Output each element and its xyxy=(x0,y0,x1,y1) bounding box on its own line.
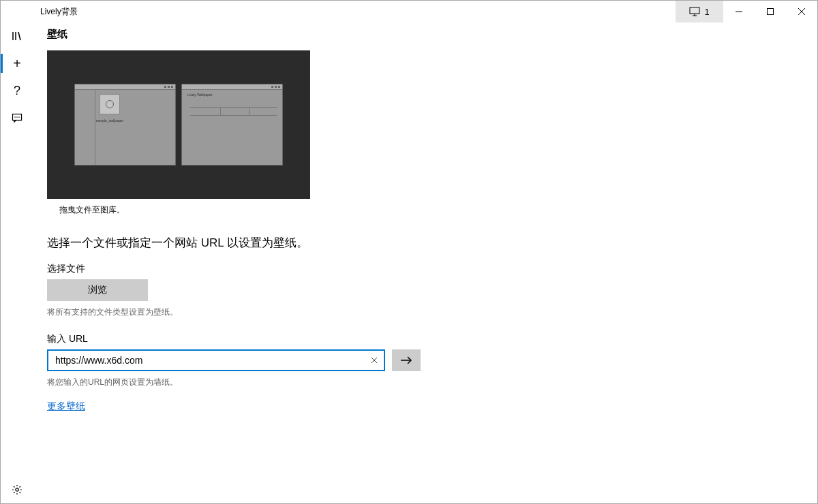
browse-helper-text: 将所有支持的文件类型设置为壁纸。 xyxy=(47,306,804,318)
sidebar-item-feedback[interactable] xyxy=(1,104,33,131)
select-file-label: 选择文件 xyxy=(47,263,804,275)
sidebar: + ? xyxy=(1,22,33,503)
plus-icon: + xyxy=(13,57,21,70)
preview-caption: 拖曳文件至图库。 xyxy=(59,204,804,216)
close-button[interactable] xyxy=(786,1,817,22)
url-helper-text: 将您输入的URL的网页设置为墙纸。 xyxy=(47,377,804,388)
preview-window-left: sample_wallpaper xyxy=(74,84,176,166)
svg-point-14 xyxy=(16,488,18,491)
maximize-icon xyxy=(767,8,774,15)
monitor-count: 1 xyxy=(704,7,709,17)
svg-point-13 xyxy=(18,116,20,118)
svg-rect-4 xyxy=(768,9,774,15)
preview-area[interactable]: sample_wallpaper Lively Wallpaper xyxy=(47,50,310,199)
maximize-button[interactable] xyxy=(755,1,786,22)
svg-point-11 xyxy=(14,116,16,118)
url-section: 输入 URL 将您输入的URL的网页设置为墙纸。 xyxy=(47,333,804,388)
x-icon xyxy=(371,357,378,364)
sidebar-item-library[interactable] xyxy=(1,22,33,50)
url-input[interactable] xyxy=(47,349,385,371)
titlebar: Lively背景 1 xyxy=(1,1,817,22)
instruction-text: 选择一个文件或指定一个网站 URL 以设置为壁纸。 xyxy=(47,235,804,251)
minimize-button[interactable] xyxy=(723,1,755,22)
close-icon xyxy=(798,8,805,15)
preview-window-right: Lively Wallpaper xyxy=(181,84,283,166)
main-content: 壁纸 sample_wallpaper Lively Wallpaper xyxy=(33,22,817,503)
svg-point-12 xyxy=(16,116,18,118)
arrow-right-icon xyxy=(400,356,412,365)
monitor-indicator[interactable]: 1 xyxy=(676,1,723,22)
url-label: 输入 URL xyxy=(47,333,804,345)
svg-line-9 xyxy=(18,32,20,40)
section-title: 壁纸 xyxy=(47,28,804,41)
svg-rect-0 xyxy=(690,7,699,14)
window-title: Lively背景 xyxy=(40,6,78,18)
submit-url-button[interactable] xyxy=(392,349,421,371)
more-wallpapers-link[interactable]: 更多壁纸 xyxy=(47,400,85,413)
browse-button[interactable]: 浏览 xyxy=(47,279,148,301)
select-file-section: 选择文件 浏览 将所有支持的文件类型设置为壁纸。 xyxy=(47,263,804,318)
sidebar-item-help[interactable]: ? xyxy=(1,77,33,104)
minimize-icon xyxy=(736,8,742,15)
library-icon xyxy=(12,31,22,42)
monitor-icon xyxy=(689,7,700,16)
feedback-icon xyxy=(12,112,22,123)
sidebar-item-add[interactable]: + xyxy=(1,50,33,77)
gear-icon xyxy=(12,484,22,495)
help-icon: ? xyxy=(14,84,20,97)
clear-url-button[interactable] xyxy=(367,353,381,367)
sidebar-item-settings[interactable] xyxy=(1,476,33,503)
